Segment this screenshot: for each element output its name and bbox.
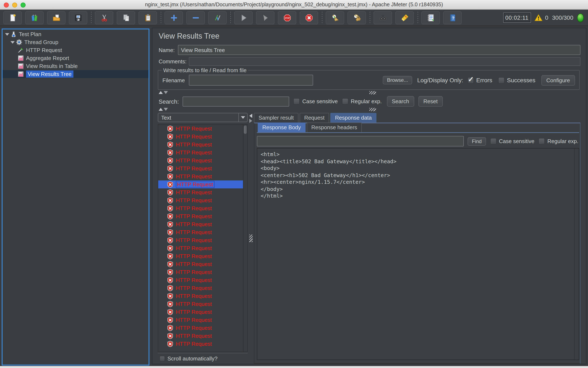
toggle-button[interactable]: [208, 11, 227, 24]
search-button[interactable]: Search: [387, 96, 414, 107]
tab-response-data[interactable]: Response data: [330, 113, 376, 122]
splitter-grip[interactable]: [369, 91, 376, 94]
close-window-button[interactable]: [4, 2, 9, 7]
search-input[interactable]: [183, 96, 289, 106]
zoom-window-button[interactable]: [20, 2, 26, 7]
tree-item-view-results-in-table[interactable]: View Results in Table: [2, 62, 148, 70]
splitter-collapse-down-icon[interactable]: [164, 108, 168, 111]
filename-input[interactable]: [189, 75, 313, 86]
response-body-viewer[interactable]: <html> <head><title>502 Bad Gateway</tit…: [257, 148, 579, 360]
splitter-collapse-right-icon[interactable]: [249, 119, 252, 123]
results-filter-dropdown[interactable]: Text: [158, 113, 248, 122]
result-item[interactable]: HTTP Request: [158, 196, 243, 204]
search-case-sensitive-checkbox[interactable]: [294, 98, 300, 104]
result-item[interactable]: HTTP Request: [158, 276, 243, 284]
reset-button[interactable]: Reset: [418, 96, 442, 107]
find-input[interactable]: [257, 136, 464, 147]
result-item[interactable]: HTTP Request: [158, 332, 243, 340]
tree-item-http-request[interactable]: HTTP Request: [2, 46, 148, 54]
result-item[interactable]: HTTP Request: [158, 260, 243, 268]
result-item[interactable]: HTTP Request: [158, 141, 243, 148]
collapse-all-button[interactable]: [186, 11, 205, 24]
start-button[interactable]: [234, 11, 253, 24]
subtab-response-headers[interactable]: Response headers: [307, 122, 362, 132]
find-regular-exp-checkbox[interactable]: [539, 138, 545, 144]
save-button[interactable]: [69, 11, 87, 24]
result-item[interactable]: HTTP Request: [158, 125, 243, 133]
result-item[interactable]: HTTP Request: [158, 236, 243, 244]
splitter-collapse-up-icon[interactable]: [159, 108, 163, 111]
result-item[interactable]: HTTP Request: [158, 165, 243, 173]
clear-all-button[interactable]: [348, 11, 366, 24]
comments-input[interactable]: [189, 57, 580, 66]
find-case-sensitive-checkbox[interactable]: [490, 138, 496, 144]
paste-button[interactable]: [138, 11, 157, 24]
expand-all-button[interactable]: [165, 11, 183, 24]
tree-item-thread-group[interactable]: Thread Group: [2, 38, 148, 46]
tab-request[interactable]: Request: [300, 113, 329, 122]
find-button[interactable]: Find: [468, 137, 486, 145]
open-file-button[interactable]: [47, 11, 65, 24]
successes-checkbox[interactable]: [498, 77, 505, 83]
response-scrollbar[interactable]: [574, 148, 579, 360]
result-item[interactable]: HTTP Request: [158, 204, 243, 212]
name-input[interactable]: View Results Tree: [178, 45, 580, 55]
result-item[interactable]: HTTP Request: [158, 220, 243, 228]
tree-item-view-results-tree[interactable]: View Results Tree: [2, 70, 148, 78]
result-item[interactable]: HTTP Request: [158, 284, 243, 292]
results-list-scrollbar[interactable]: [243, 125, 247, 352]
result-item[interactable]: HTTP Request: [158, 244, 243, 252]
result-item[interactable]: HTTP Request: [158, 173, 243, 180]
splitter-grip[interactable]: [249, 235, 253, 242]
errors-checkbox[interactable]: [468, 77, 474, 83]
scrollbar-thumb[interactable]: [244, 125, 247, 134]
result-item[interactable]: HTTP Request: [158, 324, 243, 332]
splitter-collapse-left-icon[interactable]: [249, 114, 252, 118]
search-button[interactable]: [374, 11, 392, 24]
result-item[interactable]: HTTP Request: [158, 268, 243, 276]
splitter-grip[interactable]: [369, 108, 376, 111]
result-item[interactable]: HTTP Request: [158, 252, 243, 260]
clear-button[interactable]: [326, 11, 344, 24]
browse-button[interactable]: Browse...: [383, 76, 412, 84]
result-item[interactable]: HTTP Request: [158, 300, 243, 308]
result-item[interactable]: HTTP Request: [158, 148, 243, 156]
result-item[interactable]: HTTP Request: [158, 316, 243, 324]
cut-button[interactable]: [95, 11, 113, 24]
splitter-collapse-down-icon[interactable]: [164, 91, 168, 94]
start-no-pauses-button[interactable]: [256, 11, 275, 24]
new-file-button[interactable]: [3, 11, 22, 24]
function-helper-button[interactable]: [421, 11, 440, 24]
result-item[interactable]: HTTP Request: [158, 156, 243, 165]
shutdown-button[interactable]: [300, 11, 318, 24]
subtab-response-body[interactable]: Response Body: [258, 122, 305, 132]
result-item[interactable]: HTTP Request: [158, 340, 243, 348]
tree-expand-arrow-icon[interactable]: [5, 33, 9, 36]
scroll-automatically-checkbox[interactable]: [159, 356, 165, 361]
result-item[interactable]: HTTP Request: [158, 212, 243, 220]
tree-expand-arrow-icon[interactable]: [10, 41, 15, 43]
warning-icon[interactable]: [534, 14, 542, 21]
result-item[interactable]: HTTP Request: [158, 292, 243, 300]
result-item[interactable]: HTTP Request: [158, 228, 243, 236]
tree-item-aggregate-report[interactable]: Aggregate Report: [2, 54, 148, 62]
search-reset-button[interactable]: [395, 11, 414, 24]
search-splitter[interactable]: [159, 107, 580, 112]
result-item[interactable]: HTTP Request: [158, 188, 243, 196]
search-regular-exp-checkbox[interactable]: [342, 98, 348, 104]
tree-item-test-plan[interactable]: Test Plan: [2, 30, 148, 38]
help-button[interactable]: ?: [443, 11, 462, 24]
result-item[interactable]: HTTP Request: [158, 180, 243, 188]
copy-button[interactable]: [117, 11, 135, 24]
result-item[interactable]: HTTP Request: [158, 308, 243, 316]
splitter-collapse-up-icon[interactable]: [159, 91, 163, 94]
tab-sampler-result[interactable]: Sampler result: [254, 113, 298, 122]
write-results-splitter[interactable]: [159, 90, 580, 95]
open-template-button[interactable]: [25, 11, 44, 24]
stop-button[interactable]: STOP: [278, 11, 296, 24]
dropdown-button[interactable]: [239, 113, 247, 122]
list-detail-splitter[interactable]: [248, 113, 254, 364]
configure-button[interactable]: Configure: [541, 75, 575, 85]
minimize-window-button[interactable]: [12, 2, 17, 7]
result-item[interactable]: HTTP Request: [158, 133, 243, 141]
